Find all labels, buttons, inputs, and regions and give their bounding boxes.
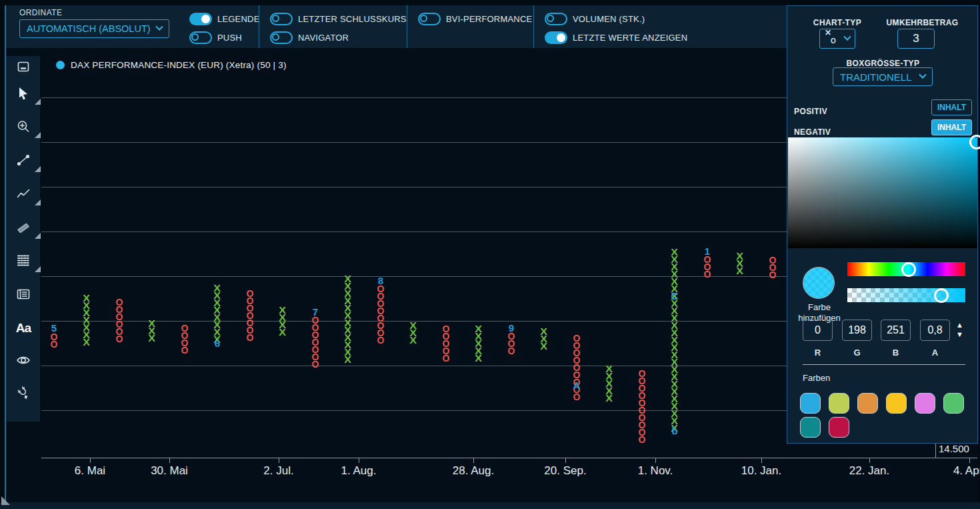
visibility-tool[interactable] — [11, 350, 35, 374]
toggle-navigator[interactable] — [270, 31, 293, 44]
alpha-input[interactable]: 0,8 — [920, 320, 950, 341]
news-tool[interactable] — [11, 284, 35, 308]
chart-typ-dropdown[interactable]: ✕O — [819, 29, 855, 49]
x-axis-tick-label: 1. Aug. — [329, 464, 389, 478]
news-icon — [16, 287, 31, 304]
month-marker: 5 — [49, 324, 59, 332]
umkehrbetrag-input[interactable]: 3 — [897, 29, 935, 49]
x-axis-tick-label: 20. Sep. — [535, 464, 595, 478]
flyout-indicator — [35, 199, 41, 205]
toggle-label: PUSH — [217, 33, 242, 43]
chart-typ-label: CHART-TYP — [801, 18, 874, 27]
zigzag-icon — [16, 187, 31, 204]
month-marker: 7 — [310, 308, 321, 316]
green-input[interactable]: 198 — [842, 320, 872, 341]
x-axis-tick-label: 2. Jul. — [249, 464, 309, 478]
trendline-tool[interactable] — [11, 149, 35, 173]
toggle-legende[interactable] — [189, 13, 212, 25]
inhalt-positiv-button[interactable]: INHALT — [931, 99, 972, 115]
color-swatch[interactable] — [915, 393, 935, 414]
color-swatch[interactable] — [800, 393, 821, 414]
boxgroesse-value: TRADITIONELL — [840, 71, 912, 83]
toggle-row: LETZTER SCHLUSSKURS — [270, 9, 407, 28]
x-axis-tick-label: 4. Apr. — [939, 464, 980, 478]
boxgroesse-dropdown[interactable]: TRADITIONELL — [833, 67, 933, 86]
toggle-label: LETZTE WERTE ANZEIGEN — [573, 33, 687, 43]
color-swatch[interactable] — [857, 393, 878, 414]
pf-column: XXX — [734, 253, 746, 275]
text-tool[interactable]: Aa — [11, 316, 35, 340]
collapse-panel-icon — [16, 59, 31, 77]
color-swatch[interactable] — [829, 417, 849, 438]
toggle-letzter-schlusskurs[interactable] — [270, 13, 293, 25]
toggle-group: LETZTER SCHLUSSKURSNAVIGATOR — [259, 5, 407, 48]
x-axis-line — [41, 458, 977, 458]
x-axis-tick-label: 30. Mai — [139, 464, 199, 478]
toggle-letzte-werte-anzeigen[interactable] — [545, 31, 567, 44]
inhalt-negativ-button[interactable]: INHALT — [931, 119, 972, 135]
zoom-tool[interactable] — [11, 116, 35, 140]
pf-column: OOOOOOOO — [375, 286, 387, 344]
collapse-panel-button[interactable] — [11, 56, 35, 80]
cursor-tool[interactable] — [11, 83, 35, 107]
pf-column: OOOOOOOOO — [571, 335, 583, 401]
month-marker: 1 — [702, 247, 713, 255]
pf-column: OOOOO — [440, 326, 452, 362]
step-down-icon[interactable]: ▼ — [956, 331, 963, 338]
toggle-knob — [272, 15, 279, 22]
toggle-label: NAVIGATOR — [298, 33, 349, 43]
add-color-button[interactable] — [803, 267, 835, 299]
red-label: R — [803, 348, 833, 358]
color-swatch[interactable] — [886, 393, 907, 414]
pf-column: XXX — [407, 322, 419, 344]
toggle-bvi-performance[interactable] — [418, 13, 441, 25]
channel-tool[interactable] — [11, 217, 35, 241]
x-axis-tick — [565, 458, 566, 463]
pf-column: OOO — [505, 333, 517, 355]
color-swatch[interactable] — [829, 393, 849, 414]
toggle-row: LETZTE WERTE ANZEIGEN — [545, 28, 787, 47]
step-up-icon[interactable]: ▲ — [956, 322, 963, 328]
blue-input[interactable]: 251 — [881, 320, 911, 341]
toggle-knob — [191, 33, 199, 41]
hue-selector[interactable] — [901, 262, 916, 277]
farben-label: Farben — [803, 373, 830, 383]
x-axis-tick — [169, 458, 170, 463]
saturation-selector[interactable] — [969, 135, 980, 149]
xo-point-and-figure-icon: ✕O — [825, 33, 836, 45]
series-dot-icon — [56, 61, 65, 69]
toggle-push[interactable] — [189, 31, 212, 44]
ordinate-dropdown[interactable]: AUTOMATISCH (ABSOLUT) — [19, 19, 169, 38]
alpha-stepper: ▲ ▼ — [956, 322, 963, 338]
toggle-row: VOLUMEN (STK.) — [545, 9, 787, 28]
pf-column: XXX — [538, 328, 550, 350]
red-input[interactable]: 0 — [803, 320, 833, 341]
pf-column: OOOO — [179, 325, 191, 354]
flyout-indicator — [35, 99, 41, 105]
color-swatch[interactable] — [943, 393, 964, 414]
toggle-volumen-stk[interactable] — [545, 13, 567, 25]
toggle-row: LEGENDE — [189, 9, 259, 28]
blue-label: B — [881, 348, 911, 358]
magnet-tool[interactable] — [11, 382, 35, 406]
toggle-knob — [201, 15, 210, 23]
toggle-group: VOLUMEN (STK.)LETZTE WERTE ANZEIGEN — [533, 5, 787, 48]
pf-column: XXXXXXXXXXXX — [342, 276, 354, 364]
chevron-down-icon — [843, 33, 851, 41]
pf-column: XXX — [146, 320, 158, 342]
x-axis-tick-label: 6. Mai — [60, 464, 120, 478]
month-marker: b — [669, 427, 680, 434]
pf-column: XXXXX — [473, 326, 485, 362]
chart-legend: DAX PERFORMANCE-INDEX (EUR) (Xetra) (50 … — [56, 60, 287, 70]
color-swatch[interactable] — [800, 417, 821, 438]
fibonacci-grid-icon — [16, 253, 31, 270]
zigzag-tool[interactable] — [11, 183, 35, 207]
month-marker: 8 — [375, 277, 386, 284]
fibonacci-grid-tool[interactable] — [11, 249, 35, 274]
chevron-down-icon — [155, 23, 163, 31]
negativ-label: NEGATIV — [794, 127, 831, 137]
alpha-selector[interactable] — [934, 288, 949, 303]
x-axis-tick-label: 1. Nov. — [625, 464, 685, 478]
saturation-picker[interactable] — [788, 137, 977, 248]
green-label: G — [842, 348, 872, 358]
